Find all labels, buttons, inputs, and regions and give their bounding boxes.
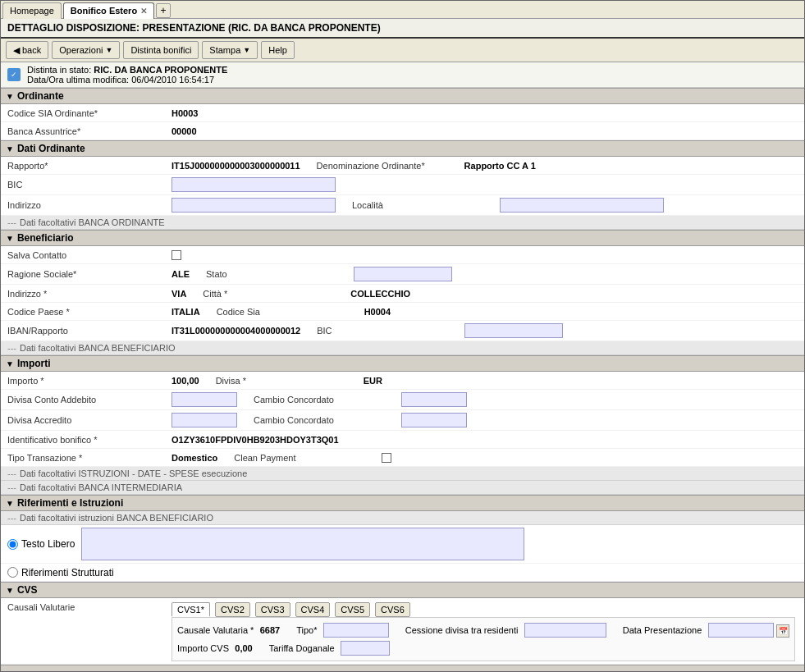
row-banca-assuntrice: Banca Assuntrice* 00000 (1, 122, 804, 140)
status-modifica-value: 06/04/2010 16:54:17 (131, 75, 214, 85)
cvs-toggle-icon: ▼ (6, 586, 14, 595)
tab-homepage[interactable]: Homepage (2, 2, 62, 19)
row-indirizzo-beneficiario: Indirizzo * VIA Città * COLLECCHIO (1, 285, 804, 303)
tab-bonifico-estero-label: Bonifico Estero (71, 6, 137, 16)
ordinante-toggle-icon: ▼ (6, 92, 14, 101)
toolbar: ◀ back Operazioni ▼ Distinta bonifici St… (1, 39, 804, 62)
optional-istruzioni-banca-beneficiario[interactable]: --- Dati facoltativi istruzioni BANCA BE… (1, 511, 804, 525)
cambio-concordato1-input[interactable] (401, 392, 467, 407)
row-testo-libero: Testo Libero (1, 525, 804, 564)
row-bic-ordinante: BIC (1, 175, 804, 195)
cvs-tab-2[interactable]: CVS2 (215, 602, 250, 617)
cvs-tab-4[interactable]: CVS4 (295, 602, 331, 617)
distinta-bonifici-button[interactable]: Distinta bonifici (123, 41, 199, 59)
row-rapporto: Rapporto* IT15J000000000003000000011 Den… (1, 157, 804, 175)
section-ordinante[interactable]: ▼ Ordinante (1, 88, 804, 104)
stampa-arrow-icon: ▼ (243, 46, 250, 54)
clean-payment-checkbox[interactable] (382, 453, 391, 463)
tipo-input[interactable] (323, 623, 389, 638)
row-indirizzo-ordinante: Indirizzo Località (1, 195, 804, 216)
localita-ordinante-input[interactable] (500, 198, 664, 213)
riferimenti-strutturati-radio[interactable] (7, 567, 18, 578)
section-dati-ordinante[interactable]: ▼ Dati Ordinante (1, 140, 804, 157)
row-codice-paese: Codice Paese * ITALIA Codice Sia H0004 (1, 303, 804, 321)
cvs-importo-row: Importo CVS 0,00 (177, 642, 253, 654)
row-divisa-accredito: Divisa Accredito Cambio Concordato (1, 410, 804, 431)
calendar-icon[interactable]: 📅 (776, 624, 789, 638)
testo-libero-textarea[interactable] (81, 528, 524, 560)
page-title: DETTAGLIO DISPOSIZIONE: PRESENTAZIONE (R… (1, 19, 804, 39)
row-ragione-sociale: Ragione Sociale* ALE Stato (1, 264, 804, 285)
help-button[interactable]: Help (261, 41, 295, 59)
section-storia[interactable]: ▶ Storia (1, 665, 804, 668)
optional-banca-intermediaria[interactable]: --- Dati facoltativi BANCA INTERMEDIARIA (1, 481, 804, 495)
bic-ordinante-input[interactable] (172, 177, 336, 192)
close-tab-icon[interactable]: ✕ (140, 7, 147, 16)
operazioni-arrow-icon: ▼ (105, 46, 112, 54)
cvs-tabs: CVS1* CVS2 CVS3 CVS4 CVS5 CVS6 (172, 602, 795, 617)
cvs-tariffa-row: Tariffa Doganale (269, 641, 390, 656)
cvs-tab-1[interactable]: CVS1* (172, 602, 210, 617)
bic-beneficiario-input[interactable] (464, 323, 563, 338)
status-icon: ✓ (7, 68, 21, 81)
indirizzo-ordinante-input[interactable] (172, 198, 336, 213)
data-presentazione-input[interactable] (708, 623, 774, 638)
cvs-tab-3[interactable]: CVS3 (255, 602, 290, 617)
status-info: Distinta in stato: RIC. DA BANCA PROPONE… (27, 65, 227, 85)
stampa-button[interactable]: Stampa ▼ (202, 41, 258, 59)
cessione-input[interactable] (524, 623, 606, 638)
tab-bar: Homepage Bonifico Estero ✕ + (1, 1, 804, 19)
riferimenti-toggle-icon: ▼ (6, 499, 14, 508)
row-salva-contatto: Salva Contatto (1, 246, 804, 264)
status-bar: ✓ Distinta in stato: RIC. DA BANCA PROPO… (1, 62, 804, 88)
beneficiario-toggle-icon: ▼ (6, 234, 14, 243)
optional-banca-beneficiario[interactable]: --- Dati facoltativi BANCA BENEFICIARIO (1, 341, 804, 355)
section-beneficiario[interactable]: ▼ Beneficiario (1, 230, 804, 246)
cvs-tipo-row: Tipo* (296, 623, 389, 638)
cvs-causale-row: Causale Valutaria * 6687 (177, 624, 280, 636)
row-divisa-addebito: Divisa Conto Addebito Cambio Concordato (1, 390, 804, 410)
section-importi[interactable]: ▼ Importi (1, 355, 804, 372)
importi-toggle-icon: ▼ (6, 359, 14, 368)
salva-contatto-checkbox[interactable] (172, 250, 181, 260)
main-content: ▼ Ordinante Codice SIA Ordinante* H0003 … (1, 88, 804, 668)
testo-libero-radio[interactable] (7, 539, 18, 550)
operazioni-button[interactable]: Operazioni ▼ (52, 41, 120, 59)
cvs-tab-5[interactable]: CVS5 (335, 602, 370, 617)
status-stato-value: RIC. DA BANCA PROPONENTE (94, 65, 227, 75)
row-iban: IBAN/Rapporto IT31L000000000004000000012… (1, 321, 804, 341)
dati-ordinante-toggle-icon: ▼ (6, 144, 14, 153)
tariffa-doganale-input[interactable] (341, 641, 390, 656)
row-riferimenti-strutturati: Riferimenti Strutturati (1, 564, 804, 582)
row-importo: Importo * 100,00 Divisa * EUR (1, 372, 804, 390)
cvs-tab-6[interactable]: CVS6 (375, 602, 410, 617)
section-riferimenti[interactable]: ▼ Riferimenti e Istruzioni (1, 495, 804, 511)
back-button[interactable]: ◀ back (6, 41, 48, 59)
divisa-accredito-input[interactable] (172, 413, 237, 427)
add-tab-button[interactable]: + (156, 3, 171, 18)
optional-banca-ordinante[interactable]: --- Dati facoltativi BANCA ORDINANTE (1, 216, 804, 230)
cvs-cessione-row: Cessione divisa tra residenti (405, 623, 606, 638)
row-causali-valutarie: Causali Valutarie CVS1* CVS2 CVS3 CVS4 C… (1, 598, 804, 665)
optional-istruzioni[interactable]: --- Dati facoltativi ISTRUZIONI - DATE -… (1, 467, 804, 481)
tab-bonifico-estero[interactable]: Bonifico Estero ✕ (63, 2, 154, 19)
cambio-concordato2-input[interactable] (401, 413, 467, 427)
cvs-data-row: Data Presentazione 📅 (623, 623, 789, 638)
row-codice-sia: Codice SIA Ordinante* H0003 (1, 104, 804, 122)
section-cvs[interactable]: ▼ CVS (1, 582, 804, 598)
row-identificativo: Identificativo bonifico * O1ZY3610FPDIV0… (1, 431, 804, 449)
stato-beneficiario-input[interactable] (354, 267, 452, 281)
divisa-addebito-input[interactable] (172, 392, 237, 407)
tab-homepage-label: Homepage (10, 6, 54, 16)
cvs-tabs-container: CVS1* CVS2 CVS3 CVS4 CVS5 CVS6 Causale V… (172, 602, 795, 661)
back-arrow-icon: ◀ (13, 45, 20, 56)
row-tipo-transazione: Tipo Transazione * Domestico Clean Payme… (1, 449, 804, 467)
